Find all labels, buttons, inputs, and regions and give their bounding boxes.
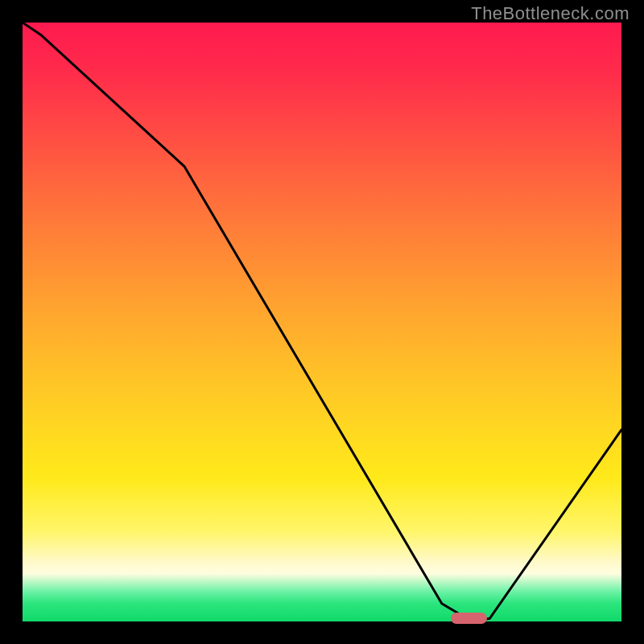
plot-area <box>23 23 621 621</box>
optimal-marker <box>451 613 487 624</box>
chart-frame: TheBottleneck.com <box>0 0 644 644</box>
curve-path <box>23 23 621 621</box>
watermark-text: TheBottleneck.com <box>471 3 630 24</box>
bottleneck-curve <box>23 23 621 621</box>
